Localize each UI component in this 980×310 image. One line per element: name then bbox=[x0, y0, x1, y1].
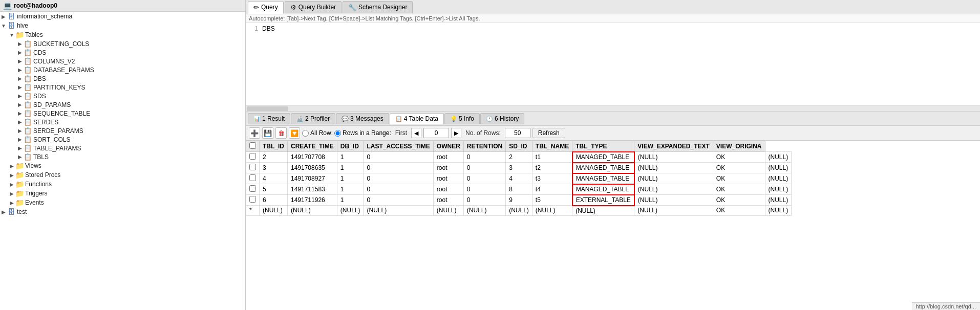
query-scrollbar[interactable] bbox=[246, 105, 980, 111]
col-header-5[interactable]: OWNER bbox=[433, 141, 463, 152]
col-header-7[interactable]: SD_ID bbox=[506, 141, 532, 152]
col-header-11[interactable]: VIEW_ORIGINA bbox=[713, 141, 765, 152]
top-tab-query_builder[interactable]: ⚙Query Builder bbox=[285, 1, 342, 13]
tree-item-hive[interactable]: ▼🗄hive bbox=[0, 21, 245, 30]
tree-expander[interactable]: ▶ bbox=[16, 76, 24, 81]
tab-icon-schema_designer: 🔧 bbox=[348, 4, 356, 11]
result-tab-table_data[interactable]: 📋4 Table Data bbox=[390, 113, 444, 124]
tree-expander[interactable]: ▼ bbox=[8, 32, 15, 38]
result-tab-info[interactable]: 💡5 Info bbox=[444, 113, 480, 124]
tree-item-sequence_table[interactable]: ▶📋SEQUENCE_TABLE bbox=[0, 109, 245, 118]
col-header-9[interactable]: TBL_TYPE bbox=[572, 141, 634, 152]
tree-expander[interactable]: ▶ bbox=[16, 67, 24, 73]
tree-expander[interactable]: ▶ bbox=[8, 163, 15, 169]
cell-2-1: 4 bbox=[260, 173, 288, 184]
tree-expander[interactable]: ▶ bbox=[16, 154, 24, 160]
tree-item-sort_cols[interactable]: ▶📋SORT_COLS bbox=[0, 135, 245, 144]
col-header-10[interactable]: VIEW_EXPANDED_TEXT bbox=[634, 141, 713, 152]
tree-item-test[interactable]: ▶🗄test bbox=[0, 207, 245, 216]
cell-4-2: 1491711926 bbox=[288, 195, 337, 206]
tree-expander[interactable]: ▶ bbox=[8, 182, 15, 187]
result-tab-messages[interactable]: 💬3 Messages bbox=[336, 113, 389, 124]
result-tab-result[interactable]: 📊1 Result bbox=[248, 113, 290, 124]
row-checkbox-1[interactable] bbox=[249, 164, 256, 170]
tree-expander[interactable]: ▶ bbox=[16, 137, 24, 142]
tree-item-information_schema[interactable]: ▶🗄information_schema bbox=[0, 12, 245, 21]
tree-expander[interactable]: ▶ bbox=[16, 110, 24, 116]
col-header-3[interactable]: DB_ID bbox=[337, 141, 364, 152]
tree-expander[interactable]: ▶ bbox=[16, 102, 24, 107]
save-btn[interactable]: 💾 bbox=[262, 127, 273, 139]
data-table-wrapper[interactable]: TBL_IDCREATE_TIMEDB_IDLAST_ACCESS_TIMEOW… bbox=[246, 141, 980, 310]
tree-item-label: Stored Procs bbox=[25, 171, 60, 179]
tree-expander[interactable]: ▶ bbox=[16, 84, 24, 90]
result-tab-profiler[interactable]: 🔬2 Profiler bbox=[291, 113, 335, 124]
tree-expander[interactable]: ▶ bbox=[8, 191, 15, 196]
nav-next-btn[interactable]: ▶ bbox=[451, 128, 461, 138]
tree-item-sds[interactable]: ▶📋SDS bbox=[0, 92, 245, 100]
tree-item-serde_params[interactable]: ▶📋SERDE_PARAMS bbox=[0, 126, 245, 135]
tree-item-functions[interactable]: ▶📁Functions bbox=[0, 180, 245, 189]
tree-item-columns_v2[interactable]: ▶📋COLUMNS_V2 bbox=[0, 57, 245, 65]
col-header-2[interactable]: CREATE_TIME bbox=[288, 141, 337, 152]
tree-item-partition_keys[interactable]: ▶📋PARTITION_KEYS bbox=[0, 83, 245, 92]
add-row-btn[interactable]: ➕ bbox=[249, 127, 260, 139]
row-checkbox-3[interactable] bbox=[249, 185, 256, 192]
tree-expander[interactable]: ▶ bbox=[16, 93, 24, 99]
tree-item-dbs[interactable]: ▶📋DBS bbox=[0, 74, 245, 83]
cell-5-3: (NULL) bbox=[337, 206, 364, 216]
tree-item-label: SERDE_PARAMS bbox=[33, 127, 83, 135]
tree-item-events[interactable]: ▶📁Events bbox=[0, 198, 245, 207]
cell-4-8: t5 bbox=[532, 195, 572, 206]
top-tab-schema_designer[interactable]: 🔧Schema Designer bbox=[343, 1, 413, 13]
result-tab-history[interactable]: 🕐6 History bbox=[480, 113, 524, 124]
tree-expander[interactable]: ▶ bbox=[8, 200, 15, 206]
tree-item-stored_procs[interactable]: ▶📁Stored Procs bbox=[0, 170, 245, 180]
tree-item-sd_params[interactable]: ▶📋SD_PARAMS bbox=[0, 100, 245, 109]
tree-item-tables[interactable]: ▼📁Tables bbox=[0, 30, 245, 39]
tree-expander[interactable]: ▶ bbox=[16, 128, 24, 134]
tree-item-views[interactable]: ▶📁Views bbox=[0, 161, 245, 170]
tree-expander[interactable]: ▶ bbox=[16, 145, 24, 151]
no-of-rows-input[interactable] bbox=[505, 128, 530, 138]
tree-expander[interactable]: ▶ bbox=[16, 119, 24, 125]
tree-expander[interactable]: ▼ bbox=[0, 23, 7, 29]
tree-expander[interactable]: ▶ bbox=[16, 58, 24, 64]
top-tab-query[interactable]: ✏Query bbox=[248, 1, 284, 14]
tree-item-label: BUCKETING_COLS bbox=[33, 40, 89, 48]
tree-item-cds[interactable]: ▶📋CDS bbox=[0, 48, 245, 57]
cell-5-5: (NULL) bbox=[433, 206, 463, 216]
cell-0-6: 0 bbox=[463, 152, 505, 163]
tree-item-tbls[interactable]: ▶📋TBLS bbox=[0, 152, 245, 161]
col-header-1[interactable]: TBL_ID bbox=[260, 141, 288, 152]
nav-prev-btn[interactable]: ◀ bbox=[411, 128, 421, 138]
range-row-radio[interactable] bbox=[334, 130, 341, 137]
row-checkbox-4[interactable] bbox=[249, 196, 256, 203]
current-row-input[interactable] bbox=[423, 128, 449, 138]
query-editor[interactable]: 1 DBS bbox=[246, 23, 980, 105]
row-checkbox-2[interactable] bbox=[249, 174, 256, 181]
tree-item-database_params[interactable]: ▶📋DATABASE_PARAMS bbox=[0, 65, 245, 74]
tree-expander[interactable]: ▶ bbox=[0, 14, 7, 19]
tree-expander[interactable]: ▶ bbox=[16, 50, 24, 55]
tree-item-table_params[interactable]: ▶📋TABLE_PARAMS bbox=[0, 144, 245, 152]
tree-expander[interactable]: ▶ bbox=[16, 41, 24, 47]
col-header-6[interactable]: RETENTION bbox=[463, 141, 505, 152]
col-header-4[interactable]: LAST_ACCESS_TIME bbox=[364, 141, 433, 152]
all-row-radio[interactable] bbox=[302, 130, 309, 137]
tree-item-serdes[interactable]: ▶📋SERDES bbox=[0, 118, 245, 126]
filter-btn[interactable]: 🔽 bbox=[289, 127, 300, 139]
tree-expander[interactable]: ▶ bbox=[8, 172, 15, 178]
tree-item-label: COLUMNS_V2 bbox=[33, 58, 75, 65]
col-header-8[interactable]: TBL_NAME bbox=[532, 141, 572, 152]
tree-item-triggers[interactable]: ▶📁Triggers bbox=[0, 189, 245, 198]
col-header-0[interactable] bbox=[246, 141, 260, 152]
delete-btn[interactable]: 🗑 bbox=[275, 127, 287, 139]
tree-item-bucketing_cols[interactable]: ▶📋BUCKETING_COLS bbox=[0, 39, 245, 48]
refresh-button[interactable]: Refresh bbox=[532, 128, 565, 138]
tree-container[interactable]: ▶🗄information_schema▼🗄hive▼📁Tables▶📋BUCK… bbox=[0, 12, 245, 310]
tree-expander[interactable]: ▶ bbox=[0, 209, 7, 215]
tree-icon-table: 📋 bbox=[24, 109, 32, 117]
row-checkbox-0[interactable] bbox=[249, 153, 256, 160]
select-all-checkbox[interactable] bbox=[249, 142, 256, 149]
